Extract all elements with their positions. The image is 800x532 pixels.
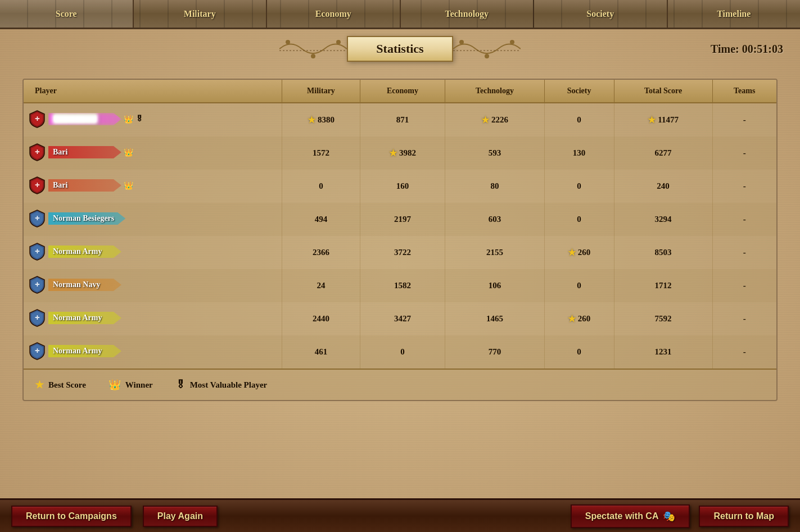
teams-cell-6: - xyxy=(712,302,776,335)
player-cell-3: ✛ Norman Besiegers xyxy=(24,203,282,236)
star-icon-legend: ★ xyxy=(35,379,44,391)
tab-timeline[interactable]: Timeline xyxy=(668,0,801,28)
svg-text:✛: ✛ xyxy=(35,315,40,321)
technology-cell-5: 106 xyxy=(445,269,544,302)
table-row: ✛ Norman Navy 24158210601712- xyxy=(24,269,776,302)
society-cell-6: ★260 xyxy=(544,302,614,335)
stats-table-container: Player Military Economy Technology Socie… xyxy=(22,79,778,401)
player-name-banner-6: Norman Army xyxy=(48,312,121,324)
player-shield-7: ✛ xyxy=(28,341,46,361)
player-cell-0: ✛ ████████ 👑🎖 xyxy=(24,103,282,137)
society-cell-2: 0 xyxy=(544,170,614,203)
star-icon: ★ xyxy=(308,115,315,125)
player-cell-5: ✛ Norman Navy xyxy=(24,269,282,302)
player-cell-2: ✛ Bari 👑 xyxy=(24,170,282,203)
legend-best-score: ★ Best Score xyxy=(35,379,86,391)
table-row: ✛ ████████ 👑🎖 ★8380871★22260★11477- xyxy=(24,103,776,137)
spectate-ca-button[interactable]: Spectate with CA 🎭 xyxy=(571,504,690,528)
svg-text:✛: ✛ xyxy=(35,182,40,188)
table-row: ✛ Bari 👑 0160800240- xyxy=(24,170,776,203)
player-shield-6: ✛ xyxy=(28,308,46,328)
technology-cell-4: 2155 xyxy=(445,236,544,269)
title-ornament-right xyxy=(453,37,521,62)
military-cell-4: 2366 xyxy=(282,236,360,269)
mvp-icon-legend: 🎖 xyxy=(175,379,186,391)
tab-military[interactable]: Military xyxy=(134,0,268,28)
play-again-button[interactable]: Play Again xyxy=(143,506,218,527)
teams-cell-7: - xyxy=(712,335,776,369)
star-icon: ★ xyxy=(481,115,489,125)
star-icon: ★ xyxy=(648,115,656,125)
society-cell-0: 0 xyxy=(544,103,614,137)
crown-icon: 👑 xyxy=(124,181,133,190)
military-cell-1: 1572 xyxy=(282,137,360,170)
economy-cell-3: 2197 xyxy=(360,203,445,236)
technology-cell-6: 1465 xyxy=(445,302,544,335)
tab-score[interactable]: Score xyxy=(0,0,134,28)
return-campaigns-button[interactable]: Return to Campaigns xyxy=(11,506,132,527)
tab-technology[interactable]: Technology xyxy=(401,0,535,28)
player-shield-0: ✛ xyxy=(28,109,46,129)
tab-economy[interactable]: Economy xyxy=(267,0,401,28)
technology-cell-3: 603 xyxy=(445,203,544,236)
svg-point-3 xyxy=(459,40,464,44)
total-cell-2: 240 xyxy=(614,170,712,203)
player-name-banner-2: Bari xyxy=(48,179,121,192)
player-badge-2: ✛ Bari 👑 xyxy=(28,175,133,195)
crown-icon: 👑 xyxy=(124,148,133,157)
teams-cell-5: - xyxy=(712,269,776,302)
player-cell-4: ✛ Norman Army xyxy=(24,236,282,269)
svg-point-2 xyxy=(336,40,341,44)
star-icon: ★ xyxy=(568,313,576,324)
col-header-total: Total Score xyxy=(614,80,712,103)
right-buttons: Spectate with CA 🎭 Return to Map xyxy=(571,504,789,528)
society-star-value: ★260 xyxy=(568,313,591,324)
player-name-banner-0: ████████ xyxy=(48,113,121,125)
shield-icon: ✛ xyxy=(29,275,46,294)
stats-table: Player Military Economy Technology Socie… xyxy=(24,80,776,369)
title-ornament-left xyxy=(279,37,347,62)
player-shield-2: ✛ xyxy=(28,175,46,195)
economy-cell-6: 3427 xyxy=(360,302,445,335)
total-cell-0: ★11477 xyxy=(614,103,712,137)
table-row: ✛ Norman Army 236637222155★2608503- xyxy=(24,236,776,269)
military-cell-6: 2440 xyxy=(282,302,360,335)
return-map-button[interactable]: Return to Map xyxy=(699,506,789,527)
society-cell-5: 0 xyxy=(544,269,614,302)
player-badge-6: ✛ Norman Army xyxy=(28,308,121,328)
star-icon: ★ xyxy=(568,247,576,258)
society-cell-3: 0 xyxy=(544,203,614,236)
player-badge-4: ✛ Norman Army xyxy=(28,242,121,262)
star-icon: ★ xyxy=(389,148,397,158)
shield-icon: ✛ xyxy=(29,242,46,261)
table-row: ✛ Bari 👑 1572★39825931306277- xyxy=(24,137,776,170)
total-cell-6: 7592 xyxy=(614,302,712,335)
teams-cell-3: - xyxy=(712,203,776,236)
svg-point-0 xyxy=(286,40,290,44)
military-cell-7: 461 xyxy=(282,335,360,369)
table-header-row: Player Military Economy Technology Socie… xyxy=(24,80,776,103)
table-row: ✛ Norman Army 461077001231- xyxy=(24,335,776,369)
svg-point-1 xyxy=(311,54,315,58)
crown-icon: 👑 xyxy=(124,115,133,124)
total-cell-1: 6277 xyxy=(614,137,712,170)
player-name-banner-5: Norman Navy xyxy=(48,279,121,291)
player-name-banner-1: Bari xyxy=(48,146,121,158)
player-badge-5: ✛ Norman Navy xyxy=(28,275,121,295)
player-badge-7: ✛ Norman Army xyxy=(28,341,121,361)
svg-text:✛: ✛ xyxy=(35,215,40,221)
player-badge-3: ✛ Norman Besiegers xyxy=(28,208,125,229)
military-cell-0: ★8380 xyxy=(282,103,360,137)
col-header-teams: Teams xyxy=(712,80,776,103)
table-row: ✛ Norman Army 244034271465★2607592- xyxy=(24,302,776,335)
tab-society[interactable]: Society xyxy=(534,0,668,28)
shield-icon: ✛ xyxy=(29,209,46,228)
economy-star-value: ★3982 xyxy=(389,148,416,158)
legend-mvp: 🎖 Most Valuable Player xyxy=(175,379,268,391)
shield-icon: ✛ xyxy=(29,176,46,195)
player-badge-1: ✛ Bari 👑 xyxy=(28,142,133,162)
player-badge-0: ✛ ████████ 👑🎖 xyxy=(28,109,143,129)
economy-cell-1: ★3982 xyxy=(360,137,445,170)
shield-icon: ✛ xyxy=(29,110,46,129)
player-shield-5: ✛ xyxy=(28,275,46,295)
